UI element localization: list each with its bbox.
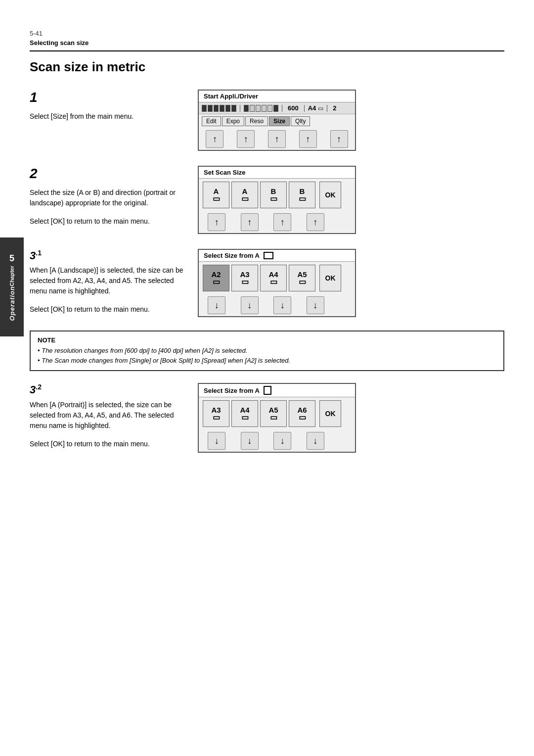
arrow-1[interactable]: ↑ — [206, 130, 223, 148]
sel-arrow-4[interactable]: ↓ — [307, 296, 324, 314]
step-3-1-text2: Select [OK] to return to the main menu. — [30, 304, 188, 315]
scan-arrow-2[interactable]: ↑ — [241, 213, 259, 231]
reso-button[interactable]: Reso — [245, 116, 268, 126]
size-a2-btn[interactable]: A2 ▭ — [203, 265, 229, 291]
step-3-1-row: 3.1 When [A (Landscape)] is selected, th… — [30, 249, 504, 319]
btn-icon-portrait2: ▭ — [270, 195, 277, 203]
note-bullet-1: • The resolution changes from [600 dpi] … — [38, 346, 496, 356]
a6p-label: A6 — [297, 406, 307, 414]
scan-arrow-4[interactable]: ↑ — [307, 213, 324, 231]
note-bullet-2: • The Scan mode changes from [Single] or… — [38, 356, 496, 366]
select-size-a-landscape-title: Select Size from A — [199, 250, 355, 262]
qlty-button[interactable]: Qlty — [291, 116, 310, 126]
scan-size-b-landscape[interactable]: B ▭ — [289, 182, 315, 208]
status-block-10 — [262, 105, 267, 112]
arrow-4[interactable]: ↑ — [299, 130, 317, 148]
btn-label-b1: B — [271, 188, 276, 195]
step-3-2-label: 3.2 — [30, 383, 188, 396]
a4-icon: ▭ — [270, 278, 277, 286]
status-divider-3 — [304, 105, 305, 112]
arrow-2[interactable]: ↑ — [237, 130, 255, 148]
a4p-label: A4 — [240, 406, 249, 414]
select-size-arrows-2: ↓ ↓ ↓ ↓ — [199, 430, 355, 452]
note-text-2: The Scan mode changes from [Single] or [… — [42, 357, 290, 364]
edit-button[interactable]: Edit — [202, 116, 221, 126]
step-3-2-number: 3.2 — [30, 383, 42, 396]
btn-label-a1: A — [214, 188, 219, 195]
paper-icon-small: ▭ — [318, 105, 323, 112]
size-a4-btn[interactable]: A4 ▭ — [260, 265, 287, 291]
a5p-label: A5 — [268, 406, 278, 414]
page-number: 5-41 — [30, 30, 504, 37]
a3-label: A3 — [240, 271, 249, 278]
step-1-row: 1 Select [Size] from the main menu. Star… — [30, 90, 504, 151]
status-block-2 — [208, 105, 213, 112]
size-a3-btn[interactable]: A3 ▭ — [231, 265, 258, 291]
sel-arrow-1[interactable]: ↓ — [208, 296, 225, 314]
scan-size-ok-btn[interactable]: OK — [319, 182, 341, 208]
select-size-ok-btn-1[interactable]: OK — [319, 265, 341, 291]
a3p-icon: ▭ — [213, 414, 220, 422]
start-appli-driver-box: Start Appli./Driver — [198, 90, 356, 151]
size-a6-portrait-btn[interactable]: A6 ▭ — [289, 400, 315, 427]
select-size-buttons-landscape: A2 ▭ A3 ▭ A4 ▭ A5 ▭ OK — [199, 262, 355, 294]
bullet-symbol-2: • — [38, 357, 40, 364]
note-title: NOTE — [38, 336, 496, 344]
step-2-label: 2 — [30, 166, 188, 185]
step-3-2-text2: Select [OK] to return to the main menu. — [30, 439, 188, 449]
status-divider-1 — [240, 105, 240, 112]
btn-icon-portrait1: ▭ — [213, 195, 220, 203]
scan-arrow-3[interactable]: ↑ — [273, 213, 291, 231]
sel2-arrow-4[interactable]: ↓ — [307, 432, 324, 450]
step-3-1-number: 3.1 — [30, 249, 42, 262]
size-button[interactable]: Size — [269, 116, 290, 126]
arrow-5[interactable]: ↑ — [330, 130, 348, 148]
status-block-3 — [214, 105, 219, 112]
a5p-icon: ▭ — [270, 414, 277, 422]
scan-size-a-landscape[interactable]: A ▭ — [231, 182, 258, 208]
chapter-number: 5 — [9, 253, 14, 264]
size-a4-portrait-btn[interactable]: A4 ▭ — [231, 400, 258, 427]
chapter-tab: 5 Chapter Operation — [0, 237, 24, 336]
size-a5-portrait-btn[interactable]: A5 ▭ — [260, 400, 287, 427]
scan-size-b-portrait[interactable]: B ▭ — [260, 182, 287, 208]
size-a3-portrait-btn[interactable]: A3 ▭ — [203, 400, 229, 427]
step-1-text: Select [Size] from the main menu. — [30, 111, 188, 122]
sel2-arrow-1[interactable]: ↓ — [208, 432, 225, 450]
status-block-7 — [244, 105, 249, 112]
step-3-1-label: 3.1 — [30, 249, 188, 262]
select-size-a-landscape-box: Select Size from A A2 ▭ A3 ▭ A4 ▭ — [198, 249, 356, 317]
size-a5-btn[interactable]: A5 ▭ — [289, 265, 315, 291]
select-size-ok-btn-2[interactable]: OK — [319, 400, 341, 427]
select-size-buttons-portrait: A3 ▭ A4 ▭ A5 ▭ A6 ▭ OK — [199, 397, 355, 430]
status-resolution: 600 — [288, 104, 299, 112]
section-rule — [30, 50, 504, 51]
scan-arrow-1[interactable]: ↑ — [208, 213, 225, 231]
sel-arrow-2[interactable]: ↓ — [241, 296, 259, 314]
status-num: 2 — [333, 104, 336, 112]
expo-button[interactable]: Expo — [222, 116, 244, 126]
step-2-text1: Select the size (A or B) and direction (… — [30, 188, 188, 208]
select-size-a-portrait-box: Select Size from A A3 ▭ A4 ▭ A5 ▭ — [198, 383, 356, 453]
chapter-word: Chapter — [9, 266, 15, 286]
step-1-left: 1 Select [Size] from the main menu. — [30, 90, 198, 126]
select-size-arrows-1: ↓ ↓ ↓ ↓ — [199, 294, 355, 316]
step-2-right: Set Scan Size A ▭ A ▭ B ▭ — [198, 166, 376, 234]
sel2-arrow-2[interactable]: ↓ — [241, 432, 259, 450]
status-paper-size: A4 — [308, 104, 316, 112]
step-3-2-right: Select Size from A A3 ▭ A4 ▭ A5 ▭ — [198, 383, 376, 453]
step-3-2-sub: .2 — [36, 383, 42, 391]
arrow-3[interactable]: ↑ — [268, 130, 286, 148]
a4-label: A4 — [268, 271, 278, 278]
step-2-row: 2 Select the size (A or B) and direction… — [30, 166, 504, 234]
step-3-1-sub: .1 — [36, 249, 42, 257]
a3-icon: ▭ — [241, 278, 249, 286]
scan-size-a-portrait[interactable]: A ▭ — [203, 182, 229, 208]
step-3-1-text1: When [A (Landscape)] is selected, the si… — [30, 265, 188, 296]
sel2-arrow-3[interactable]: ↓ — [273, 432, 291, 450]
sel-arrow-3[interactable]: ↓ — [273, 296, 291, 314]
a6p-icon: ▭ — [299, 414, 306, 422]
note-text-1: The resolution changes from [600 dpi] to… — [42, 347, 247, 354]
main-heading: Scan size in metric — [30, 59, 504, 75]
bullet-symbol-1: • — [38, 347, 40, 354]
